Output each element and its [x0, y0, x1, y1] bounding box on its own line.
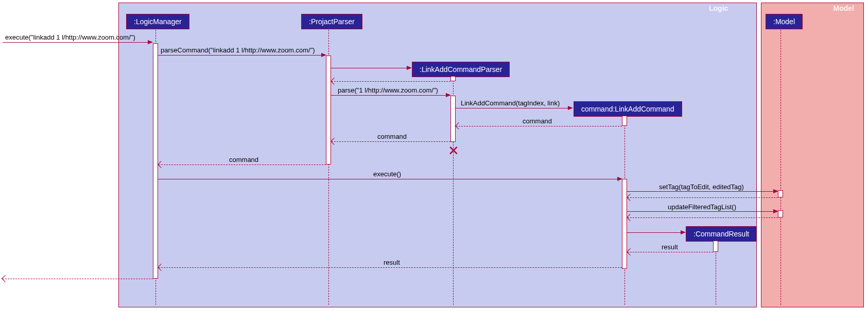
- participant-logic-manager: :LogicManager: [126, 14, 189, 29]
- arrowhead-final-return: [2, 275, 9, 282]
- participant-label: :CommandResult: [693, 230, 749, 238]
- arrow-return-command3: [159, 164, 326, 165]
- msg-execute-in: execute("linkadd 1 l/http://www.zoom.com…: [5, 33, 135, 41]
- arrow-final-return: [3, 279, 153, 279]
- arrow-return-result1: [628, 252, 713, 252]
- activation-command-result: [713, 241, 718, 252]
- arrowhead-update-filtered: [773, 209, 778, 213]
- arrow-execute: [158, 179, 621, 179]
- activation-link-add-parser-1: [450, 76, 456, 81]
- participant-label: :Model: [773, 17, 795, 26]
- activation-model-2: [778, 210, 783, 217]
- msg-return-result2: result: [384, 259, 400, 266]
- arrow-return-command1: [456, 126, 622, 126]
- msg-set-tag: setTag(tagToEdit, editedTag): [659, 183, 744, 191]
- arrowhead-set-tag: [773, 189, 778, 193]
- msg-parse: parse("1 l/http://www.zoom.com/"): [338, 86, 438, 94]
- arrowhead-execute: [617, 177, 622, 181]
- arrow-link-add-ctor: [456, 108, 572, 108]
- arrow-return-set-tag: [628, 197, 778, 198]
- msg-execute: execute(): [373, 170, 401, 178]
- msg-return-command1: command: [523, 117, 552, 125]
- participant-link-add-command: command:LinkAddCommand: [574, 101, 682, 117]
- participant-label: :LinkAddCommandParser: [420, 65, 502, 74]
- arrow-parse: [331, 95, 450, 96]
- msg-link-add-ctor: LinkAddCommand(tagIndex, link): [461, 99, 560, 107]
- arrow-create-parser: [331, 68, 411, 68]
- activation-logic-manager: [153, 43, 158, 279]
- arrow-return-result2: [159, 267, 622, 268]
- participant-label: :LogicManager: [134, 17, 182, 26]
- activation-link-add-command-1: [622, 116, 627, 126]
- activation-link-add-command-2: [622, 179, 627, 269]
- arrow-return-command2: [332, 141, 450, 142]
- frame-logic-title: Logic: [705, 3, 756, 13]
- participant-model: :Model: [766, 14, 803, 29]
- activation-projact-parser: [326, 56, 331, 164]
- activation-model-1: [778, 190, 783, 197]
- lifeline-model: [780, 30, 781, 305]
- arrowhead-execute-in: [148, 40, 153, 44]
- participant-command-result: :CommandResult: [686, 226, 757, 242]
- activation-link-add-parser-2: [450, 96, 456, 142]
- arrowhead-create-result: [681, 230, 686, 234]
- arrow-return-update-filtered: [628, 217, 778, 218]
- arrowhead-link-add-ctor: [568, 106, 573, 110]
- frame-model: Model: [761, 3, 864, 307]
- arrow-parse-command: [158, 55, 325, 56]
- participant-link-add-parser: :LinkAddCommandParser: [412, 62, 510, 77]
- msg-return-command3: command: [229, 156, 258, 163]
- msg-update-filtered: updateFilteredTagList(): [668, 203, 736, 211]
- arrowhead-parse: [446, 93, 451, 97]
- frame-model-title: Model: [829, 3, 863, 13]
- arrow-set-tag: [627, 191, 777, 192]
- arrow-update-filtered: [627, 211, 777, 212]
- destroy-x-icon: ✕: [448, 144, 459, 157]
- msg-return-result1: result: [662, 243, 678, 251]
- participant-label: :ProjactParser: [309, 17, 355, 26]
- arrow-create-result: [627, 232, 685, 233]
- participant-label: command:LinkAddCommand: [581, 105, 674, 113]
- participant-projact-parser: :ProjactParser: [301, 14, 362, 29]
- arrow-execute-in: [3, 42, 152, 43]
- msg-parse-command: parseCommand("linkadd 1 l/http://www.zoo…: [161, 46, 315, 54]
- arrowhead-parse-command: [321, 53, 326, 57]
- msg-return-command2: command: [377, 133, 407, 140]
- arrow-return-create-parser: [332, 81, 450, 82]
- arrowhead-create-parser: [407, 66, 412, 70]
